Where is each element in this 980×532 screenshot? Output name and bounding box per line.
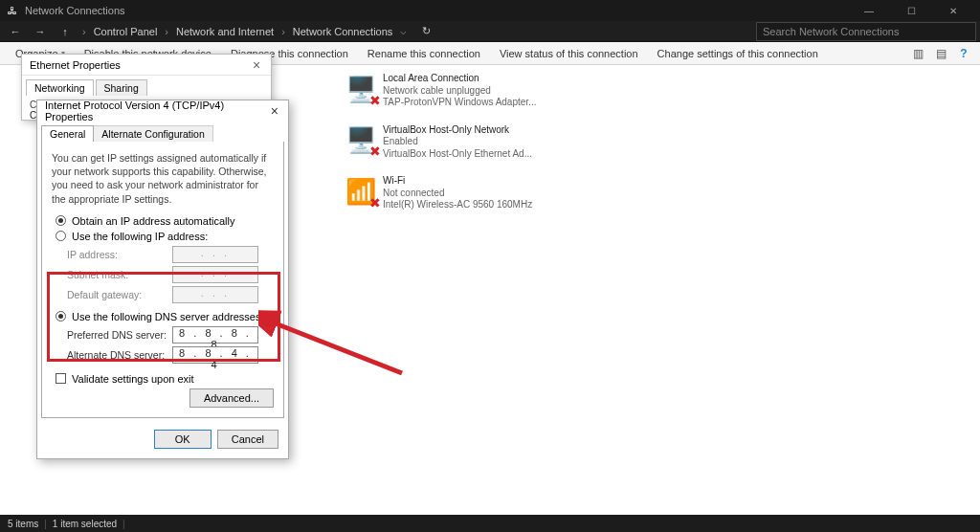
nav-up-icon[interactable]: ↑ (54, 26, 77, 37)
connection-title: Local Area Connection (383, 73, 536, 85)
titlebar: 🖧 Network Connections — ☐ ✕ (0, 0, 980, 21)
dialog-title: Ethernet Properties (30, 59, 121, 71)
input-alternate-dns[interactable]: 8 . 8 . 4 . 4 (172, 346, 258, 364)
breadcrumb-sep: › (278, 26, 289, 37)
label-subnet-mask: Subnet mask: (67, 269, 172, 280)
input-subnet-mask: . . . (172, 266, 258, 283)
network-connections-window: 🖧 Network Connections — ☐ ✕ ← → ↑ › Cont… (0, 0, 980, 532)
ipv4-properties-dialog: Internet Protocol Version 4 (TCP/IPv4) P… (36, 100, 289, 459)
advanced-button[interactable]: Advanced... (189, 388, 274, 408)
checkbox-validate[interactable] (56, 373, 66, 384)
input-ip-address: . . . (172, 246, 258, 263)
connection-title: Wi-Fi (383, 175, 532, 188)
close-button[interactable]: ✕ (932, 0, 974, 21)
nav-back-icon[interactable]: ← (4, 26, 27, 37)
radio-use-following-dns[interactable] (56, 311, 66, 321)
connection-status: Not connected (383, 188, 532, 200)
address-chevron-icon[interactable]: ⌵ (396, 25, 411, 37)
cmd-change-settings[interactable]: Change settings of this connection (648, 42, 828, 65)
radio-obtain-ip-auto[interactable] (56, 215, 66, 226)
connection-device: VirtualBox Host-Only Ethernet Ad... (383, 148, 532, 161)
tab-sharing[interactable]: Sharing (96, 79, 147, 96)
dialog-title: Internet Protocol Version 4 (TCP/IPv4) P… (45, 100, 261, 122)
view-list-icon[interactable]: ▤ (930, 43, 951, 64)
input-default-gateway: . . . (172, 286, 258, 303)
minimize-button[interactable]: — (848, 0, 890, 21)
ok-button[interactable]: OK (154, 430, 212, 449)
connection-status: Enabled (383, 136, 532, 148)
connection-item[interactable]: 📶✖ Wi-Fi Not connected Intel(R) Wireless… (345, 175, 498, 211)
status-items: 5 items (8, 519, 38, 529)
status-badge-icon: ✖ (369, 195, 381, 212)
tab-general[interactable]: General (41, 125, 94, 142)
connection-status: Network cable unplugged (383, 85, 536, 98)
breadcrumb-sep: › (161, 26, 172, 37)
connection-item[interactable]: 🖥️✖ VirtualBox Host-Only Network Enabled… (345, 124, 498, 161)
tab-alternate-config[interactable]: Alternate Configuration (94, 125, 212, 142)
breadcrumb-control-panel[interactable]: Control Panel (92, 26, 160, 37)
maximize-button[interactable]: ☐ (890, 0, 932, 21)
window-title: Network Connections (25, 5, 125, 16)
label-default-gateway: Default gateway: (67, 289, 172, 300)
nav-forward-icon[interactable]: → (29, 26, 52, 37)
view-layout-icon[interactable]: ▥ (907, 43, 928, 64)
connection-device: Intel(R) Wireless-AC 9560 160MHz (383, 199, 532, 211)
cmd-rename[interactable]: Rename this connection (358, 42, 490, 65)
tab-networking[interactable]: Networking (26, 79, 94, 96)
window-controls: — ☐ ✕ (848, 0, 974, 21)
status-selection: 1 item selected (53, 519, 117, 529)
connection-device: TAP-ProtonVPN Windows Adapter... (383, 97, 536, 109)
search-placeholder: Search Network Connections (763, 26, 899, 37)
label-alternate-dns: Alternate DNS server: (67, 349, 172, 361)
breadcrumb-network-connections[interactable]: Network Connections (291, 26, 395, 37)
connection-title: VirtualBox Host-Only Network (383, 124, 532, 137)
breadcrumb-sep: › (78, 26, 90, 37)
close-icon[interactable]: × (261, 103, 288, 119)
status-bar: 5 items | 1 item selected | (0, 515, 980, 532)
status-badge-icon: ✖ (369, 93, 381, 110)
connection-icon: 🖥️✖ (345, 124, 377, 157)
cmd-view-status[interactable]: View status of this connection (490, 42, 648, 65)
label-preferred-dns: Preferred DNS server: (67, 329, 172, 341)
label-ip-address: IP address: (67, 249, 172, 260)
label-use-following-ip: Use the following IP address: (72, 231, 208, 242)
close-icon[interactable]: × (242, 57, 271, 73)
label-use-following-dns: Use the following DNS server addresses: (72, 311, 264, 322)
status-badge-icon: ✖ (369, 144, 381, 161)
input-preferred-dns[interactable]: 8 . 8 . 8 . 8 (172, 326, 258, 344)
cancel-button[interactable]: Cancel (217, 430, 278, 449)
search-input[interactable]: Search Network Connections (756, 22, 976, 41)
breadcrumb-network-internet[interactable]: Network and Internet (174, 26, 276, 37)
label-validate: Validate settings upon exit (72, 373, 194, 385)
window-icon: 🖧 (6, 4, 19, 17)
nav-row: ← → ↑ › Control Panel › Network and Inte… (0, 21, 980, 42)
label-obtain-ip-auto: Obtain an IP address automatically (72, 215, 234, 227)
dialog-description: You can get IP settings assigned automat… (52, 151, 274, 206)
radio-use-following-ip[interactable] (56, 231, 66, 241)
help-icon[interactable]: ? (953, 43, 974, 64)
wifi-icon: 📶✖ (345, 175, 377, 208)
refresh-icon[interactable]: ↻ (416, 25, 435, 37)
connection-item[interactable]: 🖥️✖ Local Area Connection Network cable … (345, 73, 498, 109)
connection-icon: 🖥️✖ (345, 73, 377, 105)
